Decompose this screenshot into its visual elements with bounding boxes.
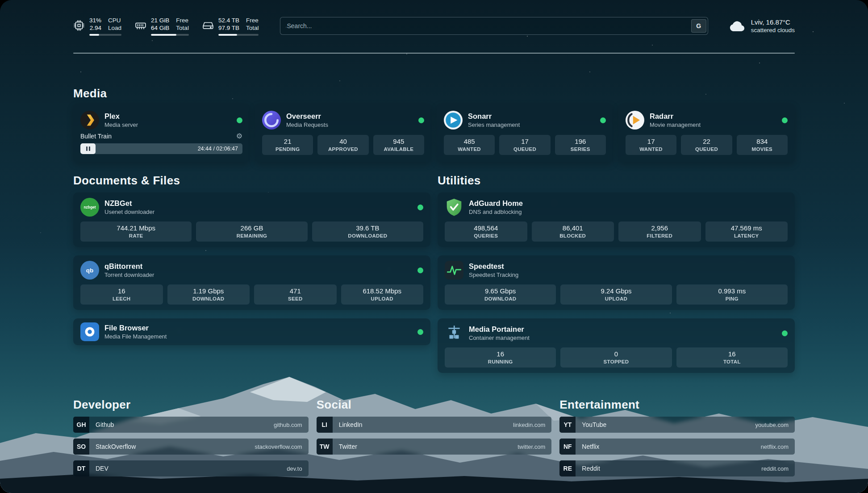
filebrowser-icon bbox=[80, 322, 99, 341]
speedtest-stat-ping: 0.993 ms PING bbox=[676, 284, 788, 305]
cpu-widget: 31% 2.94 CPU Load bbox=[73, 17, 121, 36]
app-card-nzbget[interactable]: nzbget NZBGet Usenet downloader 744.21 M… bbox=[73, 192, 430, 247]
plex-status-dot bbox=[237, 117, 242, 123]
cpu-icon bbox=[73, 20, 85, 31]
qbittorrent-status-dot bbox=[417, 267, 423, 273]
speedtest-stat-upload: 9.24 Gbps UPLOAD bbox=[560, 284, 672, 305]
plex-player-bar[interactable]: 24:44 / 02:06:47 bbox=[80, 143, 242, 154]
cpu-subvalue: 2.94 bbox=[90, 24, 101, 32]
bookmark-dev[interactable]: DT DEV dev.to bbox=[73, 460, 309, 476]
pause-button[interactable] bbox=[80, 143, 96, 154]
qbittorrent-name: qBittorrent bbox=[104, 262, 154, 271]
sonarr-stat-queued: 17 QUEUED bbox=[499, 135, 550, 155]
app-card-filebrowser[interactable]: File Browser Media File Management bbox=[73, 318, 430, 345]
speedtest-desc: Speedtest Tracking bbox=[469, 272, 518, 279]
radarr-stat-movies: 834 MOVIES bbox=[737, 135, 788, 155]
speedtest-icon bbox=[445, 261, 463, 280]
dev-abbr-icon: DT bbox=[73, 460, 89, 476]
app-card-qbittorrent[interactable]: qb qBittorrent Torrent downloader 16 LEE… bbox=[73, 255, 430, 310]
bookmark-reddit[interactable]: RE Reddit reddit.com bbox=[559, 460, 795, 476]
adguard-name: AdGuard Home bbox=[469, 199, 523, 208]
bookmark-stackoverflow[interactable]: SO StackOverflow stackoverflow.com bbox=[73, 439, 309, 455]
bookmark-youtube[interactable]: YT YouTube youtube.com bbox=[559, 417, 795, 433]
nzbget-name: NZBGet bbox=[104, 199, 154, 208]
app-card-sonarr[interactable]: Sonarr Series management 485 WANTED 17 Q… bbox=[437, 104, 613, 162]
sonarr-status-dot bbox=[600, 117, 606, 123]
bookmark-github[interactable]: GH Github github.com bbox=[73, 417, 309, 433]
app-card-plex[interactable]: Plex Media server Bullet Train ⚙ 24:44 /… bbox=[73, 104, 250, 162]
bookmark-twitter[interactable]: TW Twitter twitter.com bbox=[317, 439, 552, 455]
cpu-label-2: Load bbox=[108, 24, 121, 32]
app-card-radarr[interactable]: Radarr Movie management 17 WANTED 22 QUE… bbox=[618, 104, 795, 162]
linkedin-abbr-icon: LI bbox=[317, 417, 333, 433]
adguard-stat-filtered: 2,956 FILTERED bbox=[618, 221, 701, 242]
plex-desc: Media server bbox=[104, 121, 138, 129]
qbittorrent-icon: qb bbox=[80, 261, 99, 280]
adguard-stat-blocked: 86,401 BLOCKED bbox=[532, 221, 614, 242]
cpu-progressbar bbox=[89, 34, 121, 36]
section-two-columns: Documents & Files nzbget NZBGet Usenet d bbox=[73, 174, 795, 373]
nzbget-stat-remaining: 266 GB REMAINING bbox=[196, 221, 307, 242]
sonarr-stat-series: 196 SERIES bbox=[555, 135, 606, 155]
nzbget-desc: Usenet downloader bbox=[104, 209, 154, 216]
nzbget-stats: 744.21 Mbps RATE 266 GB REMAINING 39.6 T… bbox=[80, 221, 423, 242]
radarr-status-dot bbox=[782, 117, 788, 123]
adguard-stat-latency: 47.569 ms LATENCY bbox=[705, 221, 788, 242]
svg-text:nzbget: nzbget bbox=[84, 205, 96, 209]
nzbget-status-dot bbox=[417, 205, 423, 210]
overseerr-stats: 21 PENDING 40 APPROVED 945 AVAILABLE bbox=[262, 135, 424, 155]
qbittorrent-stat-leech: 16 LEECH bbox=[80, 284, 163, 305]
plex-name: Plex bbox=[104, 112, 138, 121]
qbittorrent-desc: Torrent downloader bbox=[104, 272, 154, 279]
radarr-name: Radarr bbox=[650, 112, 701, 121]
cpu-progress-fill bbox=[89, 34, 99, 36]
portainer-stat-total: 16 TOTAL bbox=[676, 347, 788, 368]
app-card-overseerr[interactable]: Overseerr Media Requests 21 PENDING 40 A… bbox=[255, 104, 431, 162]
radarr-stat-wanted: 17 WANTED bbox=[626, 135, 676, 155]
overseerr-icon bbox=[262, 111, 281, 130]
bookmark-netflix[interactable]: NF Netflix netflix.com bbox=[559, 439, 795, 455]
sonarr-stat-wanted: 485 WANTED bbox=[444, 135, 495, 155]
bookmark-linkedin[interactable]: LI LinkedIn linkedin.com bbox=[317, 417, 552, 433]
overseerr-stat-approved: 40 APPROVED bbox=[317, 135, 368, 155]
section-media: Media Plex Medi bbox=[73, 87, 795, 162]
github-abbr-icon: GH bbox=[73, 417, 89, 433]
plex-playback-time: 24:44 / 02:06:47 bbox=[198, 146, 242, 152]
dashboard-screen: 31% 2.94 CPU Load bbox=[0, 0, 868, 493]
gear-icon[interactable]: ⚙ bbox=[236, 133, 242, 140]
plex-icon bbox=[80, 111, 99, 130]
app-card-speedtest[interactable]: Speedtest Speedtest Tracking 9.65 Gbps D… bbox=[438, 255, 795, 310]
search-bar: G bbox=[280, 17, 708, 35]
qbittorrent-stat-seed: 471 SEED bbox=[254, 284, 337, 305]
app-card-portainer[interactable]: Media Portainer Container management 16 … bbox=[438, 318, 795, 373]
section-title-media: Media bbox=[73, 87, 795, 100]
disk-progress-fill bbox=[218, 34, 237, 36]
ram-widget: 21 GiB 64 GiB Free Total bbox=[135, 17, 189, 36]
overseerr-stat-pending: 21 PENDING bbox=[262, 135, 313, 155]
portainer-desc: Container management bbox=[469, 334, 530, 342]
ram-label-2: Total bbox=[176, 24, 189, 32]
sonarr-desc: Series management bbox=[468, 121, 520, 129]
topbar-divider bbox=[73, 53, 795, 54]
disk-value: 52.4 TB bbox=[218, 17, 239, 24]
portainer-status-dot bbox=[782, 330, 788, 336]
radarr-stat-queued: 22 QUEUED bbox=[681, 135, 732, 155]
netflix-abbr-icon: NF bbox=[559, 439, 576, 455]
ram-label-1: Free bbox=[176, 17, 189, 24]
media-card-grid: Plex Media server Bullet Train ⚙ 24:44 /… bbox=[73, 104, 795, 162]
radarr-desc: Movie management bbox=[650, 121, 701, 129]
plex-now-playing-row: Bullet Train ⚙ bbox=[80, 132, 242, 140]
portainer-icon bbox=[445, 324, 463, 343]
ram-icon bbox=[135, 20, 146, 31]
speedtest-name: Speedtest bbox=[469, 262, 518, 271]
youtube-abbr-icon: YT bbox=[559, 417, 576, 433]
overseerr-stat-available: 945 AVAILABLE bbox=[373, 135, 424, 155]
weather-widget: Lviv, 16.87°C scattered clouds bbox=[729, 18, 795, 34]
app-card-adguard[interactable]: AdGuard Home DNS and adblocking 498,564 … bbox=[438, 192, 795, 247]
disk-label-1: Free bbox=[246, 17, 259, 24]
twitter-abbr-icon: TW bbox=[317, 439, 333, 455]
search-engine-button[interactable]: G bbox=[691, 19, 706, 33]
speedtest-stats: 9.65 Gbps DOWNLOAD 9.24 Gbps UPLOAD 0.99… bbox=[445, 284, 788, 305]
search-input[interactable] bbox=[280, 22, 689, 29]
overseerr-desc: Media Requests bbox=[286, 121, 328, 129]
